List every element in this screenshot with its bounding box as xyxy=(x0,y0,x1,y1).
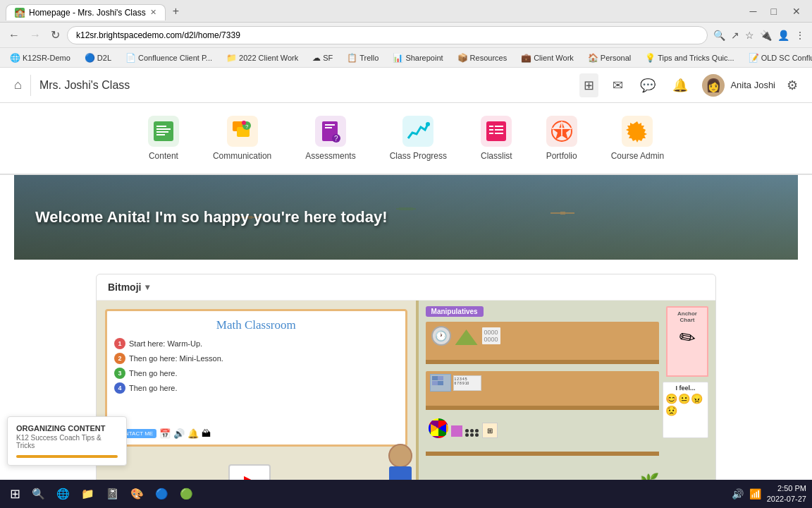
svg-rect-17 xyxy=(489,126,493,127)
bitmoji-header[interactable]: Bitmoji ▾ xyxy=(97,274,715,301)
taskbar-edge[interactable]: 🔵 xyxy=(151,485,173,503)
bookmark-sharepoint[interactable]: 📊 Sharepoint xyxy=(388,52,447,64)
bookmark-icon: 📝 xyxy=(749,53,759,63)
svg-text:?: ? xyxy=(245,123,249,130)
chat-icon[interactable]: 💬 xyxy=(637,75,658,96)
bookmark-icon: 📋 xyxy=(347,53,357,63)
account-icon[interactable]: 👤 xyxy=(776,28,791,42)
popup-subtitle: K12 Success Coach Tips & Tricks xyxy=(16,434,118,449)
nav-item-course-admin[interactable]: Course Admin xyxy=(594,110,681,167)
bookmark-resources[interactable]: 📦 Resources xyxy=(453,52,512,64)
volume-icon[interactable]: 🔊 xyxy=(732,488,744,500)
bookmark-tips[interactable]: 💡 Tips and Tricks Quic... xyxy=(641,52,738,64)
step-3-text: Then go here. xyxy=(129,369,178,377)
share-icon[interactable]: ↗ xyxy=(730,28,741,42)
current-time: 2:50 PM xyxy=(767,483,806,494)
step-3: 3 Then go here. xyxy=(114,368,398,379)
avatar-area[interactable]: 👩 Anita Joshi xyxy=(702,74,775,97)
svg-rect-19 xyxy=(489,129,493,131)
happy-emoji: 😊 xyxy=(665,393,677,404)
minimize-button[interactable]: ─ xyxy=(746,4,761,18)
svg-rect-12 xyxy=(325,127,332,128)
bookmark-icon: ☁ xyxy=(312,53,321,63)
bookmark-icon: 📄 xyxy=(125,53,136,63)
extension-icon[interactable]: 🔌 xyxy=(758,28,773,42)
svg-rect-25 xyxy=(432,376,438,380)
grid-icon[interactable]: ⊞ xyxy=(579,73,598,97)
bookmark-2022[interactable]: 📁 2022 Client Work xyxy=(222,52,302,64)
i-feel-box: I feel... 😊 😐 😠 😟 xyxy=(663,382,708,438)
numbers-label: 00000000 xyxy=(482,327,500,344)
home-icon[interactable]: ⌂ xyxy=(14,78,22,92)
bookmark-oldsc[interactable]: 📝 OLD SC Confluence xyxy=(744,52,812,64)
taskbar-explorer[interactable]: 📁 xyxy=(77,485,99,503)
onenote-icon: 📓 xyxy=(106,488,119,500)
tab-favicon: 🏫 xyxy=(15,8,25,18)
search-icon[interactable]: 🔍 xyxy=(712,28,727,42)
bookmark-clientwork[interactable]: 💼 Client Work xyxy=(517,52,578,64)
step-1-num: 1 xyxy=(114,338,125,349)
forward-button[interactable]: → xyxy=(27,28,44,43)
shelf-board-3 xyxy=(426,452,659,456)
nav-item-assessments[interactable]: ? Assessments xyxy=(288,110,372,167)
start-button[interactable]: ⊞ xyxy=(6,483,25,504)
toolbar-icons: 🔍 ↗ ☆ 🔌 👤 ⋮ xyxy=(712,28,806,42)
chevron-down-icon[interactable]: ▾ xyxy=(145,282,149,292)
nav-item-class-progress[interactable]: Class Progress xyxy=(373,110,464,167)
address-bar[interactable] xyxy=(67,26,708,44)
taskbar-onenote[interactable]: 📓 xyxy=(102,485,123,503)
bookmark-trello[interactable]: 📋 Trello xyxy=(343,52,383,64)
nav-item-portfolio[interactable]: Portfolio xyxy=(529,110,594,167)
close-button[interactable]: ✕ xyxy=(787,4,806,18)
nav-item-communication[interactable]: ? Communication xyxy=(196,110,288,167)
taskbar-app2[interactable]: 🎨 xyxy=(126,485,148,503)
maximize-button[interactable]: □ xyxy=(767,4,781,18)
flag-icon[interactable]: 🏔 xyxy=(202,428,211,439)
speaker-icon[interactable]: 🔊 xyxy=(173,428,185,439)
svg-rect-28 xyxy=(438,381,443,385)
taskbar-chrome[interactable]: 🌐 xyxy=(52,485,74,503)
anchor-chart: Anchor Chart ✏ xyxy=(666,306,708,377)
nav-item-content[interactable]: Content xyxy=(131,110,196,167)
shelf-board-2 xyxy=(426,406,659,410)
menu-icon[interactable]: ⋮ xyxy=(794,28,806,42)
bookmark-k12sr[interactable]: 🌐 K12SR-Demo xyxy=(6,52,75,64)
bookmark-confluence[interactable]: 📄 Confluence Client P... xyxy=(121,52,216,64)
bookmark-icon: 📊 xyxy=(393,53,403,63)
bell-icon[interactable]: 🔔 xyxy=(187,428,199,439)
bookmark-icon: 🔵 xyxy=(85,53,95,63)
windows-icon: ⊞ xyxy=(10,487,20,501)
wifi-icon[interactable]: 📶 xyxy=(749,488,761,500)
bookmark-label: 2022 Client Work xyxy=(239,54,298,62)
color-wheel xyxy=(429,418,448,438)
nav-item-classlist[interactable]: Classlist xyxy=(464,110,529,167)
calendar-icon[interactable]: 📅 xyxy=(159,428,171,439)
nav-content-label: Content xyxy=(149,151,178,161)
nav-communication-label: Communication xyxy=(213,151,271,161)
bookmark-personal[interactable]: 🏠 Personal xyxy=(584,52,635,64)
top-navigation: ⌂ Mrs. Joshi's Class ⊞ ✉ 💬 🔔 👩 Anita Jos… xyxy=(0,68,812,103)
main-content: Bitmoji ▾ Math Classroom 1 Start here: W… xyxy=(89,274,723,508)
svg-rect-21 xyxy=(489,133,493,134)
svg-rect-20 xyxy=(495,129,503,131)
settings-icon[interactable]: ⚙ xyxy=(787,78,798,93)
mail-icon[interactable]: ✉ xyxy=(610,75,626,96)
bookmark-d2l[interactable]: 🔵 D2L xyxy=(80,52,116,64)
welcome-message: Welcome Anita! I'm so happy you're here … xyxy=(14,208,408,226)
nav-classprogress-label: Class Progress xyxy=(390,151,447,161)
svg-rect-18 xyxy=(495,126,503,127)
bookmark-icon: 🌐 xyxy=(10,53,20,63)
star-icon[interactable]: ☆ xyxy=(744,28,756,42)
new-tab-button[interactable]: + xyxy=(167,2,185,20)
grid-block: ⊞ xyxy=(482,423,498,438)
active-tab[interactable]: 🏫 Homepage - Mrs. Joshi's Class ✕ xyxy=(6,4,166,20)
refresh-button[interactable]: ↻ xyxy=(48,27,63,43)
taskbar-app3[interactable]: 🟢 xyxy=(176,485,197,503)
bookmark-sf[interactable]: ☁ SF xyxy=(308,52,337,64)
taskbar-search[interactable]: 🔍 xyxy=(27,485,49,503)
tab-close-button[interactable]: ✕ xyxy=(150,8,156,17)
bell-icon[interactable]: 🔔 xyxy=(670,75,691,96)
angry-emoji: 😠 xyxy=(691,393,703,404)
back-button[interactable]: ← xyxy=(6,28,23,43)
step-1-text: Start here: Warm-Up. xyxy=(129,339,202,348)
